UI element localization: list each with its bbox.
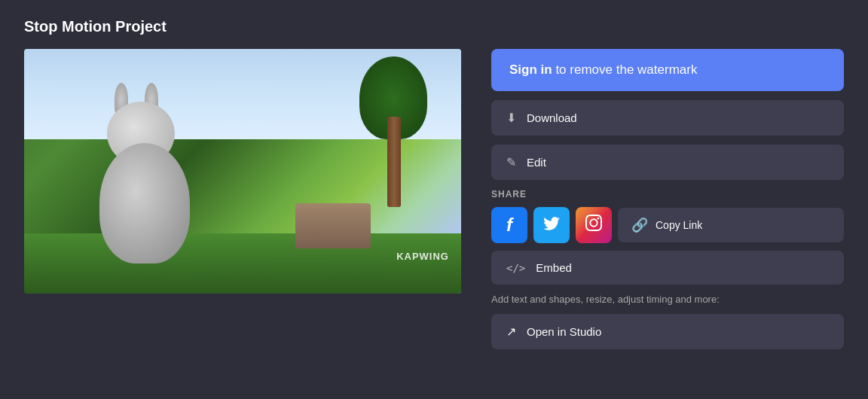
open-in-studio-button[interactable]: ↗ Open in Studio (491, 314, 844, 349)
facebook-icon: f (506, 215, 512, 236)
video-section: KAPWING ⏸ 0:02 / 0:07 🔊 ⛶ ⋮ (24, 49, 461, 381)
page-title: Stop Motion Project (24, 18, 844, 35)
stone-structure (295, 203, 371, 248)
copy-link-button[interactable]: 🔗 Copy Link (618, 208, 844, 242)
download-label: Download (527, 111, 577, 124)
copy-link-label: Copy Link (656, 219, 702, 231)
tree-trunk (387, 117, 401, 207)
character-body (99, 143, 190, 263)
share-label: SHARE (491, 189, 844, 200)
twitter-icon (543, 215, 560, 235)
edit-label: Edit (527, 156, 546, 169)
character (84, 98, 235, 263)
twitter-button[interactable] (533, 207, 570, 243)
main-content: KAPWING ⏸ 0:02 / 0:07 🔊 ⛶ ⋮ (24, 49, 844, 381)
share-section: SHARE f (491, 189, 844, 285)
video-thumbnail: KAPWING (24, 49, 461, 294)
download-icon: ⬇ (506, 111, 516, 125)
embed-label: Embed (536, 261, 572, 274)
open-studio-label: Open in Studio (527, 325, 601, 338)
kapwing-watermark: KAPWING (396, 251, 449, 262)
embed-icon: </> (506, 262, 525, 274)
instagram-button[interactable] (576, 207, 612, 243)
download-button[interactable]: ⬇ Download (491, 100, 844, 136)
link-icon: 🔗 (631, 217, 648, 233)
right-panel: Sign in to remove the watermark ⬇ Downlo… (491, 49, 844, 381)
embed-button[interactable]: </> Embed (491, 251, 844, 285)
facebook-button[interactable]: f (491, 207, 527, 243)
tree (356, 56, 431, 207)
sign-in-bold-text: Sign in (509, 62, 552, 77)
edit-icon: ✎ (506, 155, 516, 169)
video-player[interactable]: KAPWING ⏸ 0:02 / 0:07 🔊 ⛶ ⋮ (24, 49, 461, 294)
share-row: f (491, 207, 844, 243)
edit-button[interactable]: ✎ Edit (491, 145, 844, 180)
page-container: Stop Motion Project (0, 0, 868, 399)
sign-in-regular-text: to remove the watermark (552, 62, 698, 77)
external-link-icon: ↗ (506, 324, 516, 339)
add-text-info: Add text and shapes, resize, adjust timi… (491, 294, 844, 305)
sign-in-button[interactable]: Sign in to remove the watermark (491, 49, 844, 91)
instagram-icon (585, 215, 602, 236)
